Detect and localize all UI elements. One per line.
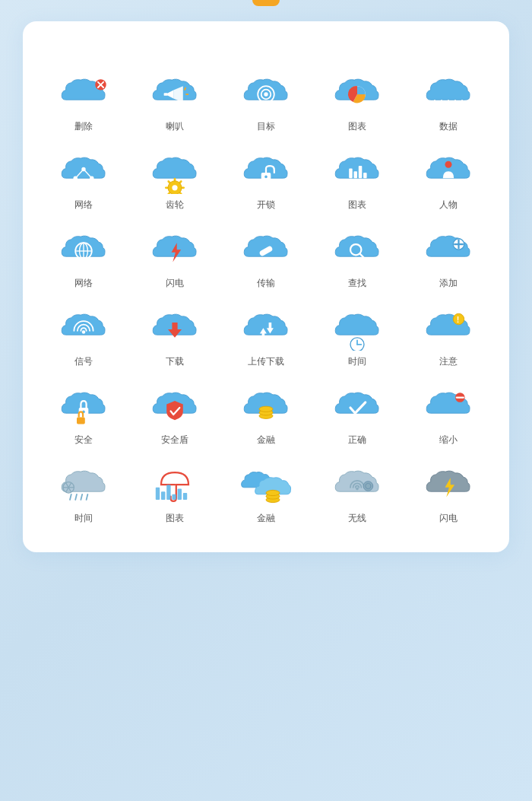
svg-rect-92 xyxy=(178,489,182,500)
icon-item-chart1: 图表 xyxy=(312,65,403,138)
svg-rect-48 xyxy=(354,171,358,178)
svg-line-83 xyxy=(87,494,88,500)
svg-point-31 xyxy=(68,183,71,187)
icon-label-wireless: 无线 xyxy=(348,512,366,525)
svg-point-98 xyxy=(363,482,373,491)
svg-rect-93 xyxy=(183,493,187,500)
icon-svg-wireless xyxy=(330,465,385,507)
svg-rect-74 xyxy=(77,418,85,424)
svg-point-15 xyxy=(439,106,443,110)
icon-svg-lightning2 xyxy=(421,465,476,507)
svg-point-96 xyxy=(266,490,280,495)
icon-item-transfer: 传输 xyxy=(220,222,312,294)
svg-rect-3 xyxy=(164,93,168,96)
svg-point-51 xyxy=(445,161,452,168)
icon-item-shrink: 缩小 xyxy=(403,379,494,451)
icon-item-time2: 时间 xyxy=(38,457,129,529)
icon-label-updown: 上传下载 xyxy=(248,355,284,368)
icon-label-lightning2: 闪电 xyxy=(439,512,458,525)
icon-svg-network2 xyxy=(56,230,111,272)
icon-svg-megaphone xyxy=(147,73,202,116)
icon-svg-data xyxy=(421,73,476,116)
svg-point-28 xyxy=(81,167,85,171)
svg-rect-91 xyxy=(172,494,176,500)
svg-point-44 xyxy=(172,185,177,190)
icon-svg-finance1 xyxy=(239,386,293,429)
svg-point-33 xyxy=(88,184,92,188)
icon-svg-chart2 xyxy=(330,151,385,194)
icon-label-time: 时间 xyxy=(348,355,366,368)
icon-svg-secure xyxy=(56,386,111,429)
svg-point-10 xyxy=(264,92,268,96)
icon-label-time2: 时间 xyxy=(74,512,93,525)
icon-item-gear: 齿轮 xyxy=(129,144,220,216)
svg-point-77 xyxy=(259,406,273,412)
svg-point-17 xyxy=(446,106,450,110)
icon-label-target: 目标 xyxy=(257,120,275,133)
svg-rect-50 xyxy=(363,173,367,178)
icon-svg-correct xyxy=(330,386,385,429)
svg-line-81 xyxy=(75,494,77,500)
svg-point-29 xyxy=(74,176,78,180)
icon-label-transfer: 传输 xyxy=(257,277,275,290)
icon-item-add: 添加 xyxy=(403,222,494,294)
icon-svg-delete xyxy=(56,73,111,116)
icon-svg-chart1 xyxy=(330,73,385,116)
icon-item-signal: 信号 xyxy=(38,300,129,373)
svg-line-82 xyxy=(81,494,82,500)
format-badge xyxy=(252,0,280,6)
icon-item-finance1: 金融 xyxy=(220,379,312,451)
icon-label-shield: 安全盾 xyxy=(161,434,188,447)
icon-item-chart3: 图表 xyxy=(129,457,220,529)
icon-label-network1: 网络 xyxy=(74,199,93,211)
icon-label-download: 下载 xyxy=(166,355,184,368)
svg-point-34 xyxy=(97,181,100,185)
svg-point-21 xyxy=(460,106,464,110)
icon-item-wireless: 无线 xyxy=(312,457,403,529)
icon-item-warning: !注意 xyxy=(403,300,494,373)
icon-item-unlock: 开锁 xyxy=(220,144,312,216)
icon-item-chart2: 图表 xyxy=(312,144,403,216)
icon-svg-unlock xyxy=(239,151,293,194)
svg-point-30 xyxy=(90,176,93,180)
icon-label-finance2: 金融 xyxy=(257,512,275,525)
icon-label-gear: 齿轮 xyxy=(166,199,184,211)
icon-label-chart2: 图表 xyxy=(348,199,366,211)
icon-svg-lightning xyxy=(147,230,202,272)
icon-label-search: 查找 xyxy=(348,277,366,290)
icon-item-megaphone: 喇叭 xyxy=(129,65,220,138)
icon-label-shrink: 缩小 xyxy=(439,434,458,447)
svg-point-63 xyxy=(82,330,86,334)
icon-svg-finance2 xyxy=(239,465,293,507)
icon-svg-person xyxy=(421,151,476,194)
icon-item-correct: 正确 xyxy=(312,379,403,451)
icon-label-secure: 安全 xyxy=(74,434,93,447)
icon-svg-target xyxy=(239,73,293,116)
svg-point-46 xyxy=(264,176,268,179)
icon-item-finance2: 金融 xyxy=(220,457,312,529)
icon-item-network2: 网络 xyxy=(38,222,129,294)
main-card: 删除喇叭目标图表数据网络齿轮开锁图表人物网络闪电传输查找添加信号下载上传下载时间… xyxy=(23,21,509,552)
svg-point-32 xyxy=(78,184,82,188)
icon-svg-time2 xyxy=(56,465,111,507)
icon-label-chart1: 图表 xyxy=(348,120,366,133)
svg-point-19 xyxy=(453,106,457,110)
icon-label-warning: 注意 xyxy=(439,355,458,368)
icon-item-delete: 删除 xyxy=(38,65,129,138)
icon-svg-add xyxy=(421,230,476,272)
icon-item-time: 时间 xyxy=(312,300,403,373)
icon-label-person: 人物 xyxy=(439,199,458,211)
icon-item-search: 查找 xyxy=(312,222,403,294)
icon-item-person: 人物 xyxy=(403,144,494,216)
svg-point-97 xyxy=(356,488,359,491)
icon-item-data: 数据 xyxy=(403,65,494,138)
icon-svg-updown xyxy=(239,308,293,351)
icon-item-network1: 网络 xyxy=(38,144,129,216)
icon-label-chart3: 图表 xyxy=(166,512,184,525)
icon-label-megaphone: 喇叭 xyxy=(166,120,184,133)
icon-label-lightning: 闪电 xyxy=(166,277,184,290)
icon-item-download: 下载 xyxy=(129,300,220,373)
icon-item-secure: 安全 xyxy=(38,379,129,451)
icon-item-shield: 安全盾 xyxy=(129,379,220,451)
icon-label-delete: 删除 xyxy=(74,120,93,133)
